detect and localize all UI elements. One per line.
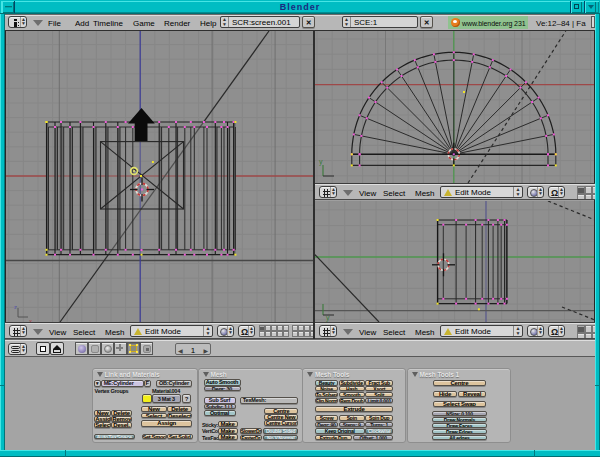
svg-text:z: z	[14, 304, 17, 310]
svg-text:y: y	[326, 314, 330, 322]
svg-text:y: y	[319, 158, 323, 166]
